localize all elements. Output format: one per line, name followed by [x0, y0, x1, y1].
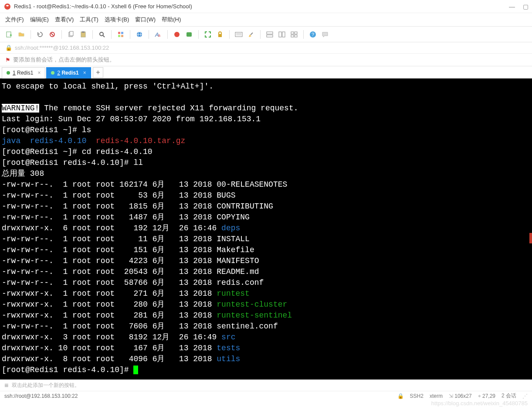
svg-rect-8: [82, 31, 85, 33]
add-tab-button[interactable]: +: [93, 67, 103, 78]
titlebar: Redis1 - root@Redis1:~/redis-4.0.10 - Xs…: [0, 0, 532, 13]
svg-point-9: [100, 32, 103, 36]
tile-vertical-icon[interactable]: [277, 30, 287, 39]
paste-icon[interactable]: [78, 30, 88, 39]
svg-text:?: ?: [312, 32, 314, 37]
comment-icon[interactable]: [320, 30, 330, 39]
xshell-icon[interactable]: [172, 30, 182, 39]
minimize-button[interactable]: ―: [509, 3, 515, 10]
session-tabs: 1 Redis1 × 2 Redis1 × +: [0, 66, 532, 79]
address-url[interactable]: ssh://root:******@192.168.153.100:22: [15, 44, 109, 51]
reconnect-icon[interactable]: [35, 30, 45, 39]
close-tab-icon[interactable]: ×: [37, 70, 41, 76]
status-cursor: ⌖ 27,29: [478, 393, 495, 399]
svg-rect-14: [121, 35, 123, 37]
svg-rect-11: [118, 32, 120, 34]
flag-icon: ⚑: [5, 57, 10, 63]
status-ssh: SSH2: [410, 393, 424, 399]
new-session-icon[interactable]: +: [4, 30, 14, 39]
tab-redis1-2[interactable]: 2 Redis1 ×: [46, 67, 91, 79]
svg-rect-13: [118, 35, 120, 37]
quickbar[interactable]: ≡ 双击此处添加一个新的按钮。: [0, 379, 532, 391]
scroll-marker: [529, 233, 532, 243]
globe-icon[interactable]: [135, 30, 144, 39]
help-icon[interactable]: ?: [308, 30, 318, 39]
svg-text:+: +: [10, 33, 12, 38]
maximize-button[interactable]: ▢: [523, 3, 529, 10]
app-logo-icon: [3, 3, 11, 10]
menu-window[interactable]: 窗口(W): [135, 16, 156, 24]
lock-small-icon: 🔒: [5, 44, 12, 51]
highlight-icon[interactable]: [246, 30, 256, 39]
watermark: https://blog.csdn.net/weixin_45480785: [431, 400, 528, 407]
lock-icon[interactable]: [215, 30, 225, 39]
svg-rect-6: [70, 31, 73, 36]
menu-edit[interactable]: 编辑(E): [30, 16, 49, 24]
statusbar: ssh://root@192.168.153.100:22 🔒 SSH2 xte…: [0, 391, 532, 400]
svg-rect-34: [295, 35, 297, 37]
svg-rect-28: [267, 35, 273, 37]
ssh-lock-icon: 🔒: [397, 393, 404, 399]
svg-line-10: [103, 35, 105, 37]
svg-rect-22: [218, 34, 222, 37]
menu-file[interactable]: 文件(F): [5, 16, 24, 24]
open-session-icon[interactable]: [17, 30, 26, 39]
svg-rect-21: [186, 32, 192, 37]
svg-rect-30: [282, 32, 285, 37]
terminal[interactable]: To escape to local shell, press 'Ctrl+Al…: [0, 79, 532, 379]
svg-line-26: [251, 33, 253, 35]
menubar: 文件(F) 编辑(E) 查看(V) 工具(T) 选项卡(B) 窗口(W) 帮助(…: [0, 13, 532, 27]
copy-icon[interactable]: [66, 30, 76, 39]
toolbar: + Aa ?: [0, 27, 532, 42]
disconnect-icon[interactable]: [47, 30, 57, 39]
status-dot-icon: [7, 71, 10, 75]
window-title: Redis1 - root@Redis1:~/redis-4.0.10 - Xs…: [14, 3, 509, 10]
menu-icon[interactable]: ≡: [4, 382, 8, 390]
status-sessions: 2 会话: [502, 392, 516, 400]
font-icon[interactable]: Aa: [153, 30, 163, 39]
svg-rect-32: [295, 32, 297, 34]
svg-text:a: a: [158, 33, 160, 38]
quickbar-hint: 双击此处添加一个新的按钮。: [12, 382, 80, 389]
xftp-icon[interactable]: [184, 30, 194, 39]
menu-tabs[interactable]: 选项卡(B): [105, 16, 129, 24]
status-dot-icon: [51, 71, 54, 75]
menu-help[interactable]: 帮助(H): [162, 16, 181, 24]
svg-rect-29: [279, 32, 281, 37]
svg-rect-27: [267, 32, 273, 34]
status-left: ssh://root@192.168.153.100:22: [4, 393, 78, 399]
grip-icon[interactable]: ⋰: [522, 393, 528, 399]
svg-rect-33: [291, 35, 294, 37]
svg-rect-23: [235, 32, 242, 37]
properties-icon[interactable]: [116, 30, 125, 39]
svg-rect-31: [291, 32, 294, 34]
svg-rect-12: [121, 32, 123, 34]
hint-text: 要添加当前会话，点击左侧的箭头按钮。: [13, 56, 115, 64]
keyboard-icon[interactable]: [234, 30, 244, 39]
svg-line-4: [51, 33, 54, 36]
search-icon[interactable]: [97, 30, 107, 39]
tile-grid-icon[interactable]: [289, 30, 299, 39]
status-term: xterm: [430, 393, 443, 399]
addressbar: 🔒 ssh://root:******@192.168.153.100:22: [0, 42, 532, 54]
status-size: ⇲ 106x27: [449, 393, 472, 399]
close-tab-icon[interactable]: ×: [83, 70, 86, 76]
tile-horizontal-icon[interactable]: [265, 30, 274, 39]
menu-tools[interactable]: 工具(T): [80, 16, 98, 24]
menu-view[interactable]: 查看(V): [55, 16, 74, 24]
fullscreen-icon[interactable]: [203, 30, 213, 39]
tab-redis1-1[interactable]: 1 Redis1 ×: [2, 67, 45, 79]
hintbar: ⚑ 要添加当前会话，点击左侧的箭头按钮。: [0, 54, 532, 66]
svg-point-20: [174, 32, 180, 37]
